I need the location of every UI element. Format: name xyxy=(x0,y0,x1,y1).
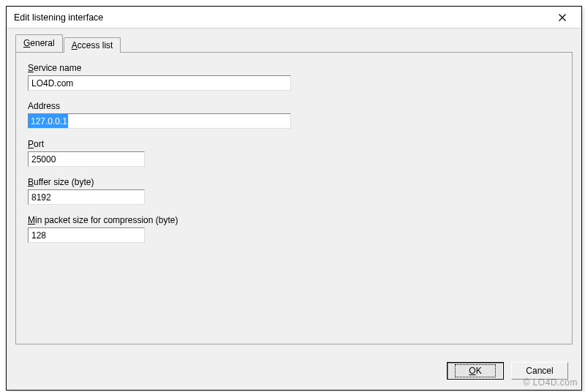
field-port: Port xyxy=(28,139,560,167)
label-buffer-size: Buffer size (byte) xyxy=(28,177,560,187)
watermark: © LO4D.com xyxy=(523,377,578,388)
field-service-name: Service name xyxy=(28,63,560,91)
client-area: General Access list Service name Address xyxy=(7,29,581,390)
tab-panel-general: Service name Address 127.0.0.1 Port xyxy=(15,52,573,344)
input-min-packet[interactable] xyxy=(28,227,145,243)
ok-button[interactable]: OK xyxy=(447,362,504,380)
field-address: Address 127.0.0.1 xyxy=(28,101,560,129)
field-buffer-size: Buffer size (byte) xyxy=(28,177,560,205)
tab-strip: General Access list xyxy=(15,36,573,52)
input-service-name[interactable] xyxy=(28,75,291,91)
input-buffer-size[interactable] xyxy=(28,189,145,205)
tab-general[interactable]: General xyxy=(15,34,63,52)
titlebar: Edit listening interface xyxy=(7,7,581,29)
close-button[interactable] xyxy=(546,7,578,28)
field-min-packet: Min packet size for compression (byte) xyxy=(28,215,560,243)
window-title: Edit listening interface xyxy=(14,12,103,23)
label-address: Address xyxy=(28,101,560,111)
input-address-selection: 127.0.0.1 xyxy=(29,114,68,128)
tab-access-list[interactable]: Access list xyxy=(64,37,121,53)
dialog-window: Edit listening interface General Access … xyxy=(6,6,582,391)
label-port: Port xyxy=(28,139,560,149)
label-service-name: Service name xyxy=(28,63,560,73)
input-address[interactable]: 127.0.0.1 xyxy=(28,113,291,129)
input-port[interactable] xyxy=(28,151,145,167)
close-icon xyxy=(559,14,566,21)
label-min-packet: Min packet size for compression (byte) xyxy=(28,215,560,225)
